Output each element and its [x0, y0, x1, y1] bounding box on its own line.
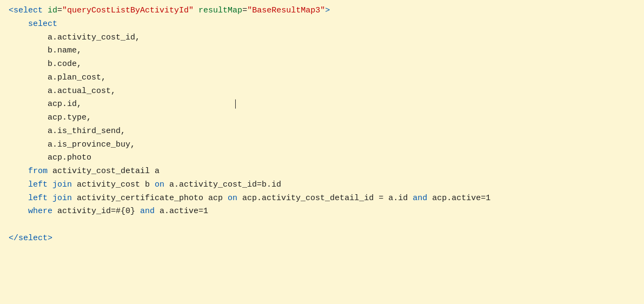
- plain-token: [9, 167, 28, 176]
- plain-token: [9, 207, 28, 216]
- tag-token: </select>: [9, 234, 52, 243]
- line-content: select: [9, 18, 644, 31]
- kw-token: on: [228, 194, 237, 203]
- plain-token: a.active=1: [155, 207, 208, 216]
- code-line: a.plan_cost,: [0, 71, 644, 85]
- attr-name-token: resultMap: [198, 6, 242, 15]
- kw-token: from: [28, 167, 48, 176]
- plain-token: activity_certificate_photo acp: [72, 194, 228, 203]
- line-content: a.is_third_send,: [9, 125, 644, 138]
- code-line: select: [0, 18, 644, 31]
- plain-token: acp.id,: [9, 100, 82, 109]
- code-line: b.name,: [0, 44, 644, 58]
- line-content: left join activity_cost b on a.activity_…: [9, 179, 644, 192]
- plain-token: activity_cost_detail a: [48, 167, 160, 176]
- plain-token: [194, 6, 198, 15]
- plain-token: a.activity_cost_id=b.id: [164, 180, 281, 189]
- code-line: a.is_province_buy,: [0, 138, 644, 152]
- plain-token: [9, 19, 28, 29]
- plain-token: a.actual_cost,: [9, 87, 116, 96]
- code-line: acp.id,│: [0, 98, 644, 111]
- line-content: a.plan_cost,: [9, 71, 644, 85]
- code-line: where activity_id=#{0} and a.active=1: [0, 205, 644, 219]
- plain-token: b.name,: [9, 46, 82, 55]
- plain-token: =: [57, 6, 62, 15]
- line-content: a.actual_cost,: [9, 85, 644, 98]
- plain-token: activity_id=#{0}: [52, 207, 140, 216]
- code-line: left join activity_certificate_photo acp…: [0, 192, 644, 206]
- kw-token: on: [155, 180, 164, 189]
- code-line: a.activity_cost_id,: [0, 31, 644, 45]
- tag-token: <select: [9, 6, 48, 15]
- line-content: acp.id,│: [9, 98, 644, 111]
- line-content: a.is_province_buy,: [9, 138, 644, 152]
- line-content: acp.photo: [9, 151, 644, 165]
- code-line: b.code,: [0, 58, 644, 71]
- code-line: </select>: [0, 232, 644, 246]
- attr-name-token: id: [48, 6, 57, 15]
- line-content: left join activity_certificate_photo acp…: [9, 192, 644, 206]
- line-content: b.name,: [9, 44, 644, 58]
- line-content: acp.type,: [9, 111, 644, 125]
- line-content: </select>: [9, 232, 644, 246]
- kw-token: and: [413, 194, 427, 203]
- plain-token: acp.type,: [9, 113, 91, 122]
- code-line: from activity_cost_detail a: [0, 165, 644, 179]
- kw-token: left join: [28, 194, 72, 203]
- text-cursor: │: [233, 100, 238, 109]
- kw-token: select: [28, 19, 57, 29]
- line-content: <select id="queryCostListByActivityId" r…: [9, 4, 644, 18]
- kw-token: left join: [28, 180, 72, 189]
- line-content: [9, 219, 644, 232]
- plain-token: b.code,: [9, 60, 82, 69]
- attr-value-token: "BaseResultMap3": [247, 6, 325, 15]
- kw-token: and: [140, 207, 155, 216]
- plain-token: =: [242, 6, 247, 15]
- code-line: a.is_third_send,: [0, 125, 644, 138]
- plain-token: a.is_third_send,: [9, 127, 125, 136]
- line-content: b.code,: [9, 58, 644, 71]
- plain-token: activity_cost b: [72, 180, 155, 189]
- line-content: where activity_id=#{0} and a.active=1: [9, 205, 644, 219]
- code-line: left join activity_cost b on a.activity_…: [0, 179, 644, 192]
- tag-token: >: [325, 6, 330, 15]
- plain-token: acp.photo: [9, 153, 91, 162]
- plain-token: a.is_province_buy,: [9, 140, 135, 149]
- code-editor: <select id="queryCostListByActivityId" r…: [0, 0, 644, 304]
- code-line: <select id="queryCostListByActivityId" r…: [0, 4, 644, 18]
- code-line: acp.photo: [0, 151, 644, 165]
- line-content: a.activity_cost_id,: [9, 31, 644, 45]
- code-line: [0, 219, 644, 232]
- plain-token: a.plan_cost,: [9, 73, 106, 82]
- plain-token: acp.activity_cost_detail_id = a.id: [237, 194, 413, 203]
- plain-token: acp.active=1: [427, 194, 490, 203]
- line-content: from activity_cost_detail a: [9, 165, 644, 179]
- code-line: a.actual_cost,: [0, 85, 644, 98]
- kw-token: where: [28, 207, 52, 216]
- plain-token: [9, 194, 28, 203]
- attr-value-token: "queryCostListByActivityId": [62, 6, 194, 15]
- plain-token: a.activity_cost_id,: [9, 33, 140, 42]
- plain-token: [9, 180, 28, 189]
- code-line: acp.type,: [0, 111, 644, 125]
